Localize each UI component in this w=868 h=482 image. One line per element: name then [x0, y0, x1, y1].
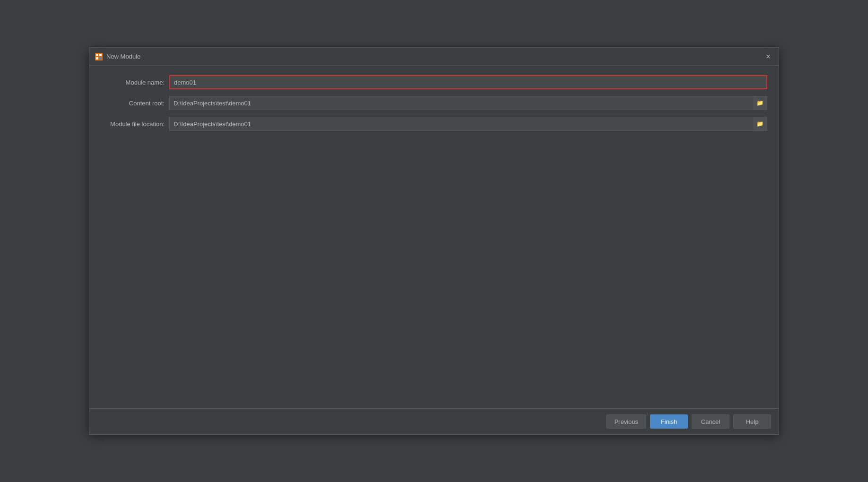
finish-button[interactable]: Finish [650, 414, 688, 429]
module-file-location-input[interactable] [169, 117, 753, 131]
module-file-location-input-wrapper: 📁 [169, 117, 767, 131]
svg-rect-1 [96, 54, 98, 56]
content-root-input-wrapper: 📁 [169, 96, 767, 110]
module-file-location-row: Module file location: 📁 [101, 117, 767, 131]
close-button[interactable]: × [764, 52, 773, 61]
module-name-row: Module name: [101, 75, 767, 89]
browse-icon-2: 📁 [756, 120, 764, 127]
content-root-input[interactable] [169, 96, 753, 110]
module-file-location-browse-button[interactable]: 📁 [753, 117, 767, 131]
module-file-location-label: Module file location: [101, 120, 169, 128]
module-icon [95, 53, 103, 60]
title-bar: New Module × [89, 48, 779, 66]
cancel-button[interactable]: Cancel [692, 414, 729, 429]
svg-rect-4 [99, 57, 102, 60]
new-module-dialog: New Module × Module name: Content root: … [89, 47, 779, 435]
dialog-content: Module name: Content root: 📁 Module file… [89, 66, 779, 408]
module-name-input-wrapper [169, 75, 767, 89]
content-root-browse-button[interactable]: 📁 [753, 96, 767, 110]
browse-icon: 📁 [756, 100, 764, 106]
content-root-field-group: 📁 [169, 96, 767, 110]
dialog-title: New Module [106, 53, 764, 60]
dialog-footer: Previous Finish Cancel Help [89, 408, 779, 434]
module-name-label: Module name: [101, 79, 169, 86]
module-name-input[interactable] [169, 75, 767, 89]
previous-button[interactable]: Previous [606, 414, 646, 429]
svg-rect-2 [99, 54, 102, 56]
help-button[interactable]: Help [733, 414, 771, 429]
content-root-row: Content root: 📁 [101, 96, 767, 110]
svg-rect-3 [96, 57, 98, 60]
module-file-location-field-group: 📁 [169, 117, 767, 131]
content-root-label: Content root: [101, 100, 169, 107]
